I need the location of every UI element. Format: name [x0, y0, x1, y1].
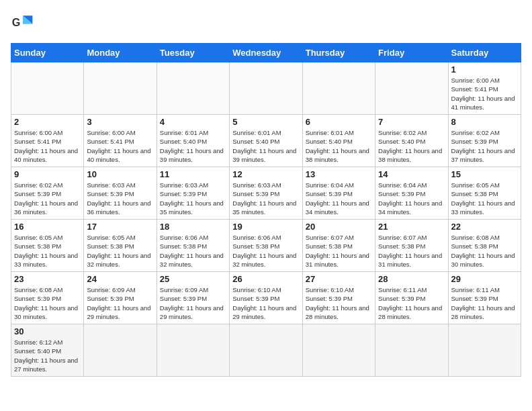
day-info: Sunrise: 6:07 AM Sunset: 5:38 PM Dayligh…: [306, 233, 372, 269]
day-info: Sunrise: 6:02 AM Sunset: 5:39 PM Dayligh…: [451, 128, 518, 164]
calendar-day-cell: 28Sunrise: 6:11 AM Sunset: 5:39 PM Dayli…: [375, 272, 448, 324]
calendar-day-cell: 6Sunrise: 6:01 AM Sunset: 5:40 PM Daylig…: [302, 115, 375, 167]
day-info: Sunrise: 6:00 AM Sunset: 5:41 PM Dayligh…: [451, 76, 518, 111]
page-header: G: [11, 11, 521, 35]
calendar-day-cell: 24Sunrise: 6:09 AM Sunset: 5:39 PM Dayli…: [84, 272, 157, 324]
day-info: Sunrise: 6:04 AM Sunset: 5:39 PM Dayligh…: [306, 181, 372, 216]
day-number: 7: [378, 117, 445, 127]
day-info: Sunrise: 6:03 AM Sunset: 5:39 PM Dayligh…: [87, 181, 153, 216]
calendar-day-cell: [375, 62, 448, 115]
day-number: 25: [160, 274, 226, 284]
calendar-day-cell: 4Sunrise: 6:01 AM Sunset: 5:40 PM Daylig…: [157, 115, 229, 167]
day-number: 17: [87, 222, 153, 232]
calendar-day-cell: [157, 324, 229, 377]
svg-text:G: G: [12, 16, 21, 28]
calendar-day-cell: 26Sunrise: 6:10 AM Sunset: 5:39 PM Dayli…: [230, 272, 302, 324]
day-info: Sunrise: 6:05 AM Sunset: 5:38 PM Dayligh…: [87, 233, 153, 269]
calendar-day-cell: 20Sunrise: 6:07 AM Sunset: 5:38 PM Dayli…: [302, 220, 375, 272]
calendar-day-cell: 21Sunrise: 6:07 AM Sunset: 5:38 PM Dayli…: [375, 220, 448, 272]
calendar-day-cell: [375, 324, 448, 377]
day-info: Sunrise: 6:03 AM Sunset: 5:39 PM Dayligh…: [232, 181, 299, 216]
day-number: 18: [160, 222, 226, 232]
day-of-week-header: Wednesday: [230, 44, 302, 62]
day-number: 15: [451, 169, 518, 179]
day-number: 14: [378, 169, 445, 179]
calendar-day-cell: 19Sunrise: 6:06 AM Sunset: 5:38 PM Dayli…: [230, 220, 302, 272]
day-of-week-header: Sunday: [11, 44, 84, 62]
calendar-day-cell: [230, 324, 302, 377]
day-number: 22: [451, 222, 518, 232]
calendar-day-cell: [11, 62, 84, 115]
calendar-week-row: 2Sunrise: 6:00 AM Sunset: 5:41 PM Daylig…: [11, 115, 521, 167]
day-number: 2: [14, 117, 81, 127]
day-number: 8: [451, 117, 518, 127]
day-number: 30: [14, 326, 81, 336]
day-number: 10: [87, 169, 153, 179]
day-info: Sunrise: 6:08 AM Sunset: 5:39 PM Dayligh…: [14, 285, 81, 321]
calendar-day-cell: 13Sunrise: 6:04 AM Sunset: 5:39 PM Dayli…: [302, 167, 375, 220]
day-number: 5: [232, 117, 299, 127]
day-info: Sunrise: 6:02 AM Sunset: 5:39 PM Dayligh…: [14, 181, 81, 216]
day-info: Sunrise: 6:05 AM Sunset: 5:38 PM Dayligh…: [14, 233, 81, 269]
calendar-header-row: SundayMondayTuesdayWednesdayThursdayFrid…: [11, 44, 521, 62]
calendar-day-cell: 30Sunrise: 6:12 AM Sunset: 5:40 PM Dayli…: [11, 324, 84, 377]
calendar-day-cell: [448, 324, 521, 377]
calendar-day-cell: 14Sunrise: 6:04 AM Sunset: 5:39 PM Dayli…: [375, 167, 448, 220]
calendar-day-cell: 10Sunrise: 6:03 AM Sunset: 5:39 PM Dayli…: [84, 167, 157, 220]
calendar-day-cell: 8Sunrise: 6:02 AM Sunset: 5:39 PM Daylig…: [448, 115, 521, 167]
calendar-day-cell: 12Sunrise: 6:03 AM Sunset: 5:39 PM Dayli…: [230, 167, 302, 220]
calendar-week-row: 16Sunrise: 6:05 AM Sunset: 5:38 PM Dayli…: [11, 220, 521, 272]
calendar-day-cell: [157, 62, 229, 115]
calendar-day-cell: 25Sunrise: 6:09 AM Sunset: 5:39 PM Dayli…: [157, 272, 229, 324]
day-info: Sunrise: 6:01 AM Sunset: 5:40 PM Dayligh…: [306, 128, 372, 164]
calendar-day-cell: 22Sunrise: 6:08 AM Sunset: 5:38 PM Dayli…: [448, 220, 521, 272]
day-info: Sunrise: 6:10 AM Sunset: 5:39 PM Dayligh…: [306, 285, 372, 321]
calendar-day-cell: 27Sunrise: 6:10 AM Sunset: 5:39 PM Dayli…: [302, 272, 375, 324]
calendar-day-cell: 1Sunrise: 6:00 AM Sunset: 5:41 PM Daylig…: [448, 62, 521, 115]
calendar-day-cell: 23Sunrise: 6:08 AM Sunset: 5:39 PM Dayli…: [11, 272, 84, 324]
calendar-day-cell: [84, 324, 157, 377]
logo: G: [11, 11, 39, 35]
calendar-day-cell: 3Sunrise: 6:00 AM Sunset: 5:41 PM Daylig…: [84, 115, 157, 167]
day-info: Sunrise: 6:00 AM Sunset: 5:41 PM Dayligh…: [87, 128, 153, 164]
day-number: 9: [14, 169, 81, 179]
day-number: 23: [14, 274, 81, 284]
day-info: Sunrise: 6:08 AM Sunset: 5:38 PM Dayligh…: [451, 233, 518, 269]
day-of-week-header: Tuesday: [157, 44, 229, 62]
calendar-day-cell: [84, 62, 157, 115]
day-number: 4: [160, 117, 226, 127]
day-number: 24: [87, 274, 153, 284]
day-of-week-header: Monday: [84, 44, 157, 62]
day-number: 26: [232, 274, 299, 284]
day-info: Sunrise: 6:10 AM Sunset: 5:39 PM Dayligh…: [232, 285, 299, 321]
day-of-week-header: Saturday: [448, 44, 521, 62]
calendar-day-cell: [302, 62, 375, 115]
day-number: 27: [306, 274, 372, 284]
day-of-week-header: Friday: [375, 44, 448, 62]
day-info: Sunrise: 6:07 AM Sunset: 5:38 PM Dayligh…: [378, 233, 445, 269]
calendar-day-cell: 2Sunrise: 6:00 AM Sunset: 5:41 PM Daylig…: [11, 115, 84, 167]
day-info: Sunrise: 6:12 AM Sunset: 5:40 PM Dayligh…: [14, 338, 81, 373]
day-info: Sunrise: 6:02 AM Sunset: 5:40 PM Dayligh…: [378, 128, 445, 164]
day-info: Sunrise: 6:06 AM Sunset: 5:38 PM Dayligh…: [160, 233, 226, 269]
calendar-day-cell: 29Sunrise: 6:11 AM Sunset: 5:39 PM Dayli…: [448, 272, 521, 324]
day-number: 20: [306, 222, 372, 232]
logo-icon: G: [11, 11, 35, 35]
calendar-week-row: 1Sunrise: 6:00 AM Sunset: 5:41 PM Daylig…: [11, 62, 521, 115]
calendar-day-cell: 7Sunrise: 6:02 AM Sunset: 5:40 PM Daylig…: [375, 115, 448, 167]
day-info: Sunrise: 6:05 AM Sunset: 5:38 PM Dayligh…: [451, 181, 518, 216]
day-number: 16: [14, 222, 81, 232]
day-number: 6: [306, 117, 372, 127]
day-info: Sunrise: 6:00 AM Sunset: 5:41 PM Dayligh…: [14, 128, 81, 164]
calendar-day-cell: 15Sunrise: 6:05 AM Sunset: 5:38 PM Dayli…: [448, 167, 521, 220]
day-number: 29: [451, 274, 518, 284]
day-info: Sunrise: 6:01 AM Sunset: 5:40 PM Dayligh…: [232, 128, 299, 164]
day-info: Sunrise: 6:06 AM Sunset: 5:38 PM Dayligh…: [232, 233, 299, 269]
calendar-day-cell: [302, 324, 375, 377]
day-number: 13: [306, 169, 372, 179]
calendar-day-cell: 9Sunrise: 6:02 AM Sunset: 5:39 PM Daylig…: [11, 167, 84, 220]
day-number: 28: [378, 274, 445, 284]
calendar-day-cell: 5Sunrise: 6:01 AM Sunset: 5:40 PM Daylig…: [230, 115, 302, 167]
day-info: Sunrise: 6:04 AM Sunset: 5:39 PM Dayligh…: [378, 181, 445, 216]
calendar-day-cell: 11Sunrise: 6:03 AM Sunset: 5:39 PM Dayli…: [157, 167, 229, 220]
